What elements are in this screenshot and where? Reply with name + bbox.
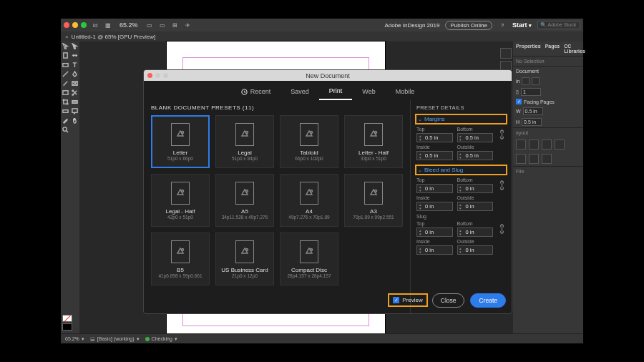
preset-card-letter[interactable]: Letter51p0 x 66p0 [151, 115, 210, 168]
app-menubar: Id ▦ 65.2% ▭ ▭ ⊞ ✈ Adobe InDesign 2019 P… [61, 19, 583, 31]
stroke-swatch[interactable] [62, 323, 72, 331]
bleed-top-input[interactable]: ▴▾0 in [416, 184, 453, 193]
preset-card-us-business-card[interactable]: US Business Card21p0 x 12p0 [215, 233, 274, 285]
maximize-window-icon[interactable] [81, 22, 87, 28]
layout-btn-2[interactable] [529, 154, 539, 164]
close-window-icon[interactable] [64, 22, 69, 28]
tab-pages[interactable]: Pages [545, 44, 560, 54]
hand-tool-icon[interactable] [70, 116, 79, 125]
line-tool-icon[interactable] [61, 69, 70, 79]
page-tool-icon[interactable] [61, 51, 70, 60]
rectangle-tool-icon[interactable] [61, 88, 70, 97]
bridge-icon[interactable]: ▦ [104, 21, 112, 29]
bleed-slug-accordion[interactable]: ⌄Bleed and Slug [415, 165, 507, 175]
dialog-window-controls[interactable] [147, 73, 168, 78]
close-button[interactable]: Close [432, 293, 465, 308]
link-bleed-icon[interactable] [497, 177, 506, 193]
width-input[interactable]: 0.5 in [523, 107, 543, 115]
layout-btn-1[interactable] [516, 154, 526, 164]
content-collector-tool-icon[interactable] [61, 60, 70, 69]
tab-cc-libraries[interactable]: CC Libraries [564, 44, 585, 54]
scissors-tool-icon[interactable] [70, 88, 79, 97]
note-tool-icon[interactable] [70, 107, 79, 116]
height-input[interactable]: 0.5 in [522, 118, 542, 126]
minimize-window-icon[interactable] [72, 22, 78, 28]
status-zoom[interactable]: 65.2% [65, 336, 79, 341]
zoom-display[interactable]: 65.2% [117, 21, 141, 29]
create-button[interactable]: Create [470, 293, 506, 308]
preset-card-a5[interactable]: A534p11.528 x 49p7.276 [215, 174, 274, 227]
document-tab[interactable]: Untitled-1 @ 65% [GPU Preview] [72, 34, 156, 40]
columns-button-icon[interactable] [529, 140, 539, 150]
preset-card-a3[interactable]: A370p1.89 x 99p2.551 [344, 174, 403, 227]
layout-btn-3[interactable] [542, 154, 552, 164]
preview-checkbox[interactable]: ✓Preview [388, 293, 427, 307]
view-options-icon[interactable]: ▭ [145, 21, 154, 29]
help-icon[interactable]: ? [498, 21, 507, 29]
tab-web[interactable]: Web [352, 84, 385, 100]
link-slug-icon[interactable] [497, 221, 506, 237]
bleed-inside-input[interactable]: ▴▾0 in [416, 202, 453, 211]
tab-close-icon[interactable]: × [65, 34, 69, 40]
selection-tool-icon[interactable] [61, 41, 70, 51]
gradient-feather-tool-icon[interactable] [61, 107, 70, 116]
margins-button-icon[interactable] [516, 140, 526, 150]
pages-input[interactable]: 1 [521, 88, 541, 96]
guides-button-icon[interactable] [542, 140, 552, 150]
preset-card-compact-disc[interactable]: Compact Disc28p4.157 x 28p4.157 [280, 233, 338, 285]
preset-card-b5[interactable]: B541p6.898 x 59p0.661 [151, 233, 210, 285]
status-preflight[interactable]: Checking [152, 336, 172, 341]
margin-top-input[interactable]: ▴▾0.5 in [416, 133, 453, 142]
screen-mode-icon[interactable]: ▭ [158, 21, 167, 29]
preset-card-legal[interactable]: Legal51p0 x 84p0 [215, 115, 274, 168]
slug-inside-input[interactable]: ▴▾0 in [416, 245, 453, 255]
adjust-button-icon[interactable] [555, 140, 565, 150]
status-layer[interactable]: [Basic] (working) [97, 336, 135, 341]
zoom-tool-icon[interactable] [61, 125, 70, 134]
section-file: File [513, 166, 583, 176]
tab-recent[interactable]: Recent [231, 84, 281, 100]
svg-point-17 [375, 131, 377, 133]
pen-tool-icon[interactable] [70, 69, 79, 79]
margin-inside-input[interactable]: ▴▾0.5 in [416, 151, 453, 160]
margins-accordion[interactable]: ⌄Margins [415, 114, 507, 124]
tab-mobile[interactable]: Mobile [386, 84, 425, 100]
orientation-landscape-icon[interactable] [532, 77, 540, 85]
preset-card-legal-half[interactable]: Legal - Half42p0 x 51p0 [151, 174, 210, 227]
type-tool-icon[interactable] [70, 60, 79, 69]
gradient-swatch-tool-icon[interactable] [70, 97, 79, 107]
link-margins-icon[interactable] [497, 127, 506, 142]
stock-search-input[interactable]: 🔍 Adobe Stock [537, 21, 580, 29]
gpu-icon[interactable]: ✈ [184, 21, 192, 29]
units-label: in [516, 79, 519, 84]
fill-stroke-swatches[interactable] [61, 313, 79, 333]
preset-card-a4[interactable]: A449p7.276 x 70p1.89 [280, 174, 338, 227]
eyedropper-tool-icon[interactable] [61, 116, 70, 125]
tab-print[interactable]: Print [319, 84, 353, 100]
preset-card-tabloid[interactable]: Tabloid66p0 x 102p0 [280, 115, 338, 168]
facing-pages-checkbox[interactable]: ✓ [516, 99, 522, 104]
direct-selection-tool-icon[interactable] [70, 41, 79, 51]
slug-outside-input[interactable]: ▴▾0 in [457, 245, 494, 255]
margin-outside-input[interactable]: ▴▾0.5 in [457, 151, 494, 160]
publish-online-button[interactable]: Publish Online [445, 21, 492, 30]
workspace-switcher[interactable]: Start ▾ [512, 21, 532, 29]
slug-bottom-input[interactable]: ▴▾0 in [457, 228, 494, 237]
tab-properties[interactable]: Properties [516, 44, 541, 54]
bleed-bottom-input[interactable]: ▴▾0 in [457, 184, 494, 193]
pencil-tool-icon[interactable] [61, 79, 70, 88]
dialog-close-icon[interactable] [147, 73, 152, 78]
tab-saved[interactable]: Saved [280, 84, 319, 100]
orientation-portrait-icon[interactable] [522, 77, 530, 85]
gap-tool-icon[interactable] [70, 51, 79, 60]
window-controls[interactable] [64, 22, 87, 28]
preset-card-letter-half[interactable]: Letter - Half33p0 x 51p0 [344, 115, 403, 168]
panel-icon-1[interactable] [500, 48, 512, 59]
free-transform-tool-icon[interactable] [61, 97, 70, 107]
arrange-icon[interactable]: ⊞ [171, 21, 180, 29]
rectangle-frame-tool-icon[interactable] [70, 79, 79, 88]
margin-bottom-input[interactable]: ▴▾0.5 in [457, 133, 494, 142]
fill-swatch[interactable] [62, 315, 72, 322]
slug-top-input[interactable]: ▴▾0 in [416, 228, 453, 237]
bleed-outside-input[interactable]: ▴▾0 in [457, 202, 494, 211]
